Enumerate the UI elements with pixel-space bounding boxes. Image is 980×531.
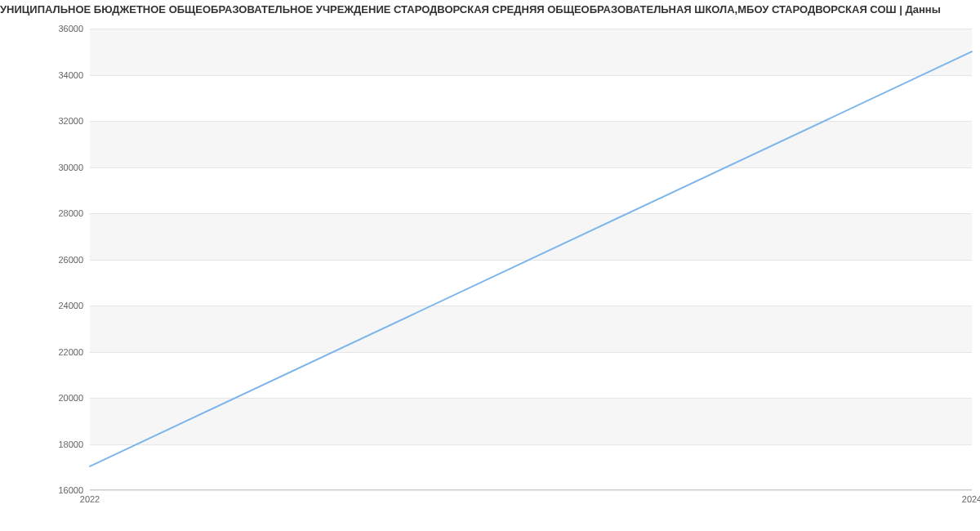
y-tick-label: 28000 xyxy=(58,208,83,218)
chart-title: УНИЦИПАЛЬНОЕ БЮДЖЕТНОЕ ОБЩЕОБРАЗОВАТЕЛЬН… xyxy=(0,3,980,16)
x-tick-label: 2022 xyxy=(80,494,100,504)
chart-container: УНИЦИПАЛЬНОЕ БЮДЖЕТНОЕ ОБЩЕОБРАЗОВАТЕЛЬН… xyxy=(0,0,980,531)
y-tick-label: 30000 xyxy=(58,163,83,172)
y-tick-label: 18000 xyxy=(58,440,83,449)
y-tick-label: 22000 xyxy=(58,347,83,357)
y-tick-label: 20000 xyxy=(58,393,83,403)
y-tick-label: 24000 xyxy=(58,301,83,310)
y-tick-label: 32000 xyxy=(58,116,83,126)
grid-line xyxy=(90,490,972,491)
y-tick-label: 34000 xyxy=(58,70,83,80)
y-tick-label: 36000 xyxy=(58,24,83,33)
plot-area: 1600018000200002200024000260002800030000… xyxy=(90,29,972,490)
y-tick-label: 26000 xyxy=(58,255,83,265)
x-tick-label: 2024 xyxy=(962,494,980,504)
line-series xyxy=(90,29,972,489)
